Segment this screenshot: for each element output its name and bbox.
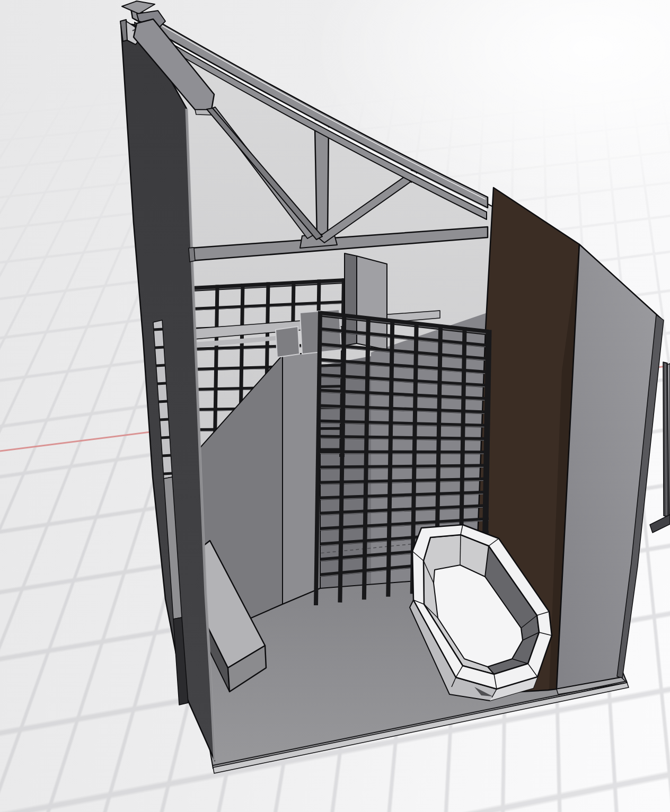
viewport[interactable] <box>0 0 670 812</box>
model-canvas[interactable] <box>0 0 670 812</box>
slot-bar <box>157 383 166 384</box>
slot-bar <box>161 437 170 438</box>
slot-bar <box>163 473 172 474</box>
slot-bar <box>154 329 163 330</box>
slot-bar <box>155 347 164 348</box>
cad-app-window: { "viewport_kind": "3d-shaded-view", "co… <box>0 0 670 812</box>
mirror-frame-2 <box>276 326 299 357</box>
slot-bar <box>158 401 168 402</box>
slot-bar <box>160 419 169 420</box>
slot-bar <box>162 455 171 456</box>
slot-bar <box>156 365 165 366</box>
frame-bottom-rail <box>650 515 670 533</box>
chord-end-cap <box>189 248 195 262</box>
